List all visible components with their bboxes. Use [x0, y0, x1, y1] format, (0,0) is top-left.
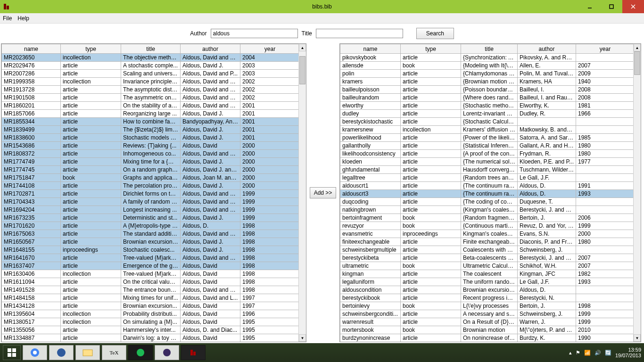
table-row[interactable]: revuzyorbook{Continuous marting...Revuz,…: [340, 222, 634, 230]
table-row[interactable]: MR1641670articleTree-valued {M}arko...Al…: [2, 254, 299, 262]
table-row[interactable]: finiteexchangeablearticleFinite exchange…: [340, 238, 634, 246]
taskbar[interactable]: TeX ▴ ⚑ 📶 🔊 🔄 13:59 19/07/2013: [0, 343, 644, 362]
tray-chevron-icon[interactable]: ▴: [569, 350, 572, 356]
table-row[interactable]: pikovskybookarticle{Synchronization: A u…: [340, 54, 634, 62]
table-row[interactable]: MR1704343articleA family of random tr...…: [2, 198, 299, 206]
table-row[interactable]: aldouscrt1article{The continuum ran...Al…: [340, 182, 634, 190]
table-row[interactable]: MR1694204articleLongest increasing ...Al…: [2, 206, 299, 214]
table-row[interactable]: gallanthollyarticle{Statistical Inferenc…: [340, 142, 634, 150]
taskbar-chrome-icon[interactable]: [23, 345, 47, 360]
table-row[interactable]: kramersnewincollectionKramers' diffusion…: [340, 126, 634, 134]
taskbar-clock[interactable]: 13:59 19/07/2013: [615, 347, 641, 358]
table-row[interactable]: warrenresultarticleOn a Result of {D}avi…: [340, 318, 634, 326]
table-row[interactable]: bailleulpoissonarticle{Poisson boundary …: [340, 86, 634, 94]
taskbar-eclipse-icon[interactable]: [155, 345, 179, 360]
table-row[interactable]: aldousconditionarticleBrownian excursion…: [340, 286, 634, 294]
table-row[interactable]: MR1434128articleBrownian excursion...Ald…: [2, 302, 299, 310]
add-button[interactable]: Add >>: [310, 187, 337, 198]
table-row[interactable]: MR1901508articleThe asymmetric one...Ald…: [2, 94, 299, 102]
table-row[interactable]: powerlikelihoodarticle{Power of the like…: [340, 134, 634, 142]
table-row[interactable]: MR1395604incollectionProbability distrib…: [2, 310, 299, 318]
taskbar-bib-icon[interactable]: [181, 345, 206, 360]
system-tray[interactable]: ▴ ⚑ 📶 🔊 🔄 13:59 19/07/2013: [569, 347, 641, 358]
table-row[interactable]: MR1839499articleThe {$\zeta(2)$} limit..…: [2, 126, 299, 134]
close-button[interactable]: [622, 0, 644, 13]
table-row[interactable]: MR2029476articleA stochastic comple...Al…: [2, 62, 299, 70]
table-row[interactable]: mortersbookbookBrownian motionM{\"o}rter…: [340, 326, 634, 334]
table-row[interactable]: MR1491528articleThe entrance bound...Ald…: [2, 286, 299, 294]
tray-sync-icon[interactable]: 🔄: [605, 350, 611, 356]
menu-help[interactable]: Help: [17, 15, 29, 22]
table-row[interactable]: MR1702871articleDirichlet forms on tot..…: [2, 190, 299, 198]
taskbar-tex-icon[interactable]: TeX: [102, 345, 126, 360]
scroll-down-icon[interactable]: ▼: [634, 334, 641, 342]
table-row[interactable]: MR1650567articleBrownian excursion ...Al…: [2, 238, 299, 246]
left-table[interactable]: nametypetitleauthoryear MR2023650incolle…: [1, 44, 298, 342]
table-row[interactable]: bailleulrandomarticle{Where does rando..…: [340, 94, 634, 102]
table-row[interactable]: natkingbrownarticle{Kingman's coalesc...…: [340, 206, 634, 214]
column-header-author[interactable]: author: [518, 44, 576, 54]
table-row[interactable]: MR1675063articleThe standard additiv...A…: [2, 230, 299, 238]
table-row[interactable]: ultrametricbookUltrametric Calculus...Sc…: [340, 262, 634, 270]
table-row[interactable]: MR1701620articleA {M}etropolis-type o...…: [2, 222, 299, 230]
table-row[interactable]: MR1860201articleOn the stability of a b.…: [2, 102, 299, 110]
title-input[interactable]: [316, 29, 403, 38]
table-row[interactable]: MR1543686articleReviews: {T}aking {...Al…: [2, 142, 299, 150]
table-row[interactable]: MR1355056articleHammersley's inter...Ald…: [2, 326, 299, 334]
table-row[interactable]: MR1999358incollectionInvariance principl…: [2, 78, 299, 86]
table-row[interactable]: MR1913728articleThe asymptotic distri...…: [2, 86, 299, 94]
table-row[interactable]: MR1648155inproceedingsStochastic coalesc…: [2, 246, 299, 254]
table-row[interactable]: bertoinlevybookL{\'e}vy processesBertoin…: [340, 302, 634, 310]
table-row[interactable]: ghfundamentalarticleHausdorff converge..…: [340, 166, 634, 174]
table-row[interactable]: MR1751847bookGraphs and applicat...Aldou…: [2, 174, 299, 182]
table-row[interactable]: MR1774749articleMixing time for a {M}...…: [2, 158, 299, 166]
scroll-up-icon[interactable]: ▲: [634, 44, 641, 51]
table-row[interactable]: schweinsbergconditi...articleA necessary…: [340, 310, 634, 318]
table-row[interactable]: bertoinfragmentbook{Random fragmenta...B…: [340, 214, 634, 222]
table-row[interactable]: berestyckibetaarticleBeta-coalescents an…: [340, 254, 634, 262]
table-row[interactable]: berestyckibookarticleRecent progress in …: [340, 294, 634, 302]
table-row[interactable]: polinarticle{Chlamydomonas S...Polin, M.…: [340, 70, 634, 78]
column-header-author[interactable]: author: [181, 44, 240, 54]
table-row[interactable]: aldouscrt3article{The continuum ran...Al…: [340, 190, 634, 198]
table-row[interactable]: allensdebook{Modeling with It{\^o}...All…: [340, 62, 634, 70]
table-row[interactable]: likelihoodconsistencyarticle{A proof of …: [340, 150, 634, 158]
search-button[interactable]: Search: [416, 28, 454, 39]
taskbar-spotify-icon[interactable]: [128, 345, 153, 360]
column-header-title[interactable]: title: [121, 44, 181, 54]
table-row[interactable]: MR1774745articleOn a random graph ...Ald…: [2, 166, 299, 174]
right-scrollbar[interactable]: ▲ ▼: [633, 44, 641, 342]
table-row[interactable]: schweinsbergmultiplearticleCoalescents w…: [340, 246, 634, 254]
table-row[interactable]: MR1744108articleThe percolation proc...A…: [2, 182, 299, 190]
table-row[interactable]: berestyckistochasticarticle{Stochastic C…: [340, 118, 634, 126]
minimize-button[interactable]: [579, 0, 601, 13]
table-row[interactable]: dudleyarticleLorentz-invariant Mar...Dud…: [340, 110, 634, 118]
table-row[interactable]: kramersarticle{Brownian motion in ...Kra…: [340, 78, 634, 86]
table-row[interactable]: MR1838600articleStochastic models a...Al…: [2, 134, 299, 142]
tray-wifi-icon[interactable]: 📶: [584, 350, 591, 356]
table-row[interactable]: MR1380517incollectionOn simulating a {M}…: [2, 318, 299, 326]
column-header-name[interactable]: name: [340, 44, 401, 54]
author-input[interactable]: [211, 29, 298, 38]
right-table[interactable]: nametypetitleauthoryear pikovskybookarti…: [340, 44, 633, 342]
start-button[interactable]: [3, 345, 21, 360]
column-header-name[interactable]: name: [2, 44, 61, 54]
column-header-type[interactable]: type: [61, 44, 121, 54]
table-row[interactable]: MR1630406incollectionTree-valued {M}arko…: [2, 270, 299, 278]
scroll-up-icon[interactable]: ▲: [299, 44, 306, 51]
table-row[interactable]: legalluniformarticleThe uniform random..…: [340, 278, 634, 286]
table-row[interactable]: MR1855344articleHow to combine fast...Ba…: [2, 118, 299, 126]
column-header-year[interactable]: year: [576, 44, 634, 54]
table-row[interactable]: MR1484158articleMixing times for unif...…: [2, 294, 299, 302]
menu-file[interactable]: File: [3, 15, 12, 22]
table-row[interactable]: MR1857066articleReorganizing large ...Al…: [2, 110, 299, 118]
taskbar-explorer-icon[interactable]: [75, 345, 100, 360]
table-row[interactable]: MR1637407articleEmergence of the gi...Al…: [2, 262, 299, 270]
table-row[interactable]: kingmanarticleThe coalescentKingman, JFC…: [340, 270, 634, 278]
table-row[interactable]: duqcodingarticle{The coding of comp...Du…: [340, 198, 634, 206]
table-row[interactable]: MR1808372articleInhomogeneous co...Aldou…: [2, 150, 299, 158]
tray-volume-icon[interactable]: 🔊: [594, 350, 601, 356]
table-row[interactable]: MR2007286articleScaling and univers...Al…: [2, 70, 299, 78]
left-scrollbar[interactable]: ▲ ▼: [298, 44, 306, 342]
table-row[interactable]: MR1673235articleDeterministic and st...A…: [2, 214, 299, 222]
